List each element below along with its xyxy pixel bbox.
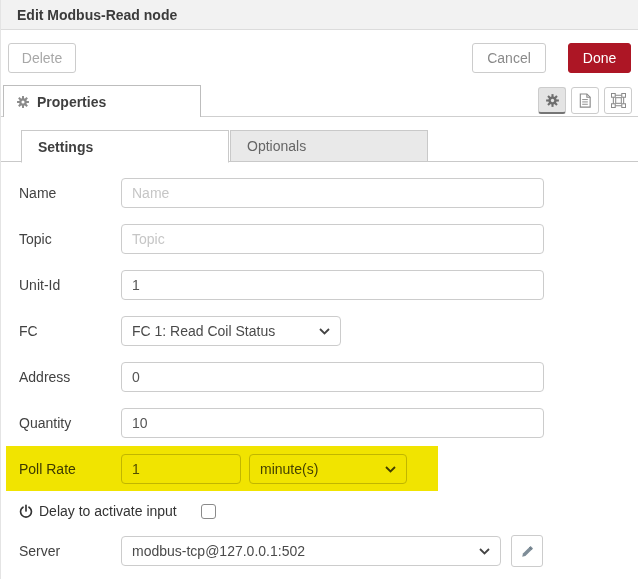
name-row: Name bbox=[19, 178, 638, 208]
unit-id-label: Unit-Id bbox=[19, 277, 121, 293]
gear-icon bbox=[545, 93, 560, 108]
chevron-down-icon bbox=[319, 328, 330, 335]
fc-select[interactable]: FC 1: Read Coil Status bbox=[121, 316, 341, 346]
fc-select-value: FC 1: Read Coil Status bbox=[132, 323, 275, 339]
chevron-down-icon bbox=[385, 466, 396, 473]
dialog-header: Edit Modbus-Read node bbox=[1, 0, 638, 30]
server-select[interactable]: modbus-tcp@127.0.0.1:502 bbox=[121, 536, 501, 566]
tab-settings[interactable]: Settings bbox=[21, 130, 229, 163]
appearance-icon bbox=[611, 93, 626, 108]
chevron-down-icon bbox=[479, 548, 490, 555]
delay-label: Delay to activate input bbox=[39, 503, 177, 519]
dialog-toolbar: Delete Cancel Done bbox=[1, 30, 638, 85]
settings-form: Name Topic Unit-Id FC FC 1: Read Coil St… bbox=[1, 162, 638, 566]
poll-rate-row: Poll Rate minute(s) bbox=[19, 454, 638, 484]
poll-rate-unit-value: minute(s) bbox=[260, 461, 318, 477]
form-tab-bar: Settings Optionals bbox=[1, 130, 638, 162]
poll-rate-input[interactable] bbox=[121, 454, 241, 484]
gear-icon bbox=[16, 95, 30, 109]
topic-input[interactable] bbox=[121, 224, 544, 254]
tab-properties[interactable]: Properties bbox=[3, 85, 201, 117]
delay-checkbox[interactable] bbox=[201, 504, 216, 519]
quantity-input[interactable] bbox=[121, 408, 544, 438]
done-button[interactable]: Done bbox=[568, 43, 631, 73]
poll-rate-label: Poll Rate bbox=[19, 461, 121, 477]
tab-properties-label: Properties bbox=[37, 94, 106, 110]
topic-row: Topic bbox=[19, 224, 638, 254]
cancel-button[interactable]: Cancel bbox=[472, 43, 546, 73]
description-button[interactable] bbox=[571, 87, 599, 114]
server-row: Server modbus-tcp@127.0.0.1:502 bbox=[19, 536, 638, 566]
power-icon bbox=[19, 504, 33, 519]
fc-row: FC FC 1: Read Coil Status bbox=[19, 316, 638, 346]
editor-icon-buttons bbox=[538, 87, 632, 114]
appearance-button[interactable] bbox=[604, 87, 632, 114]
fc-label: FC bbox=[19, 323, 121, 339]
address-row: Address bbox=[19, 362, 638, 392]
address-input[interactable] bbox=[121, 362, 544, 392]
server-label: Server bbox=[19, 543, 121, 559]
tab-optionals[interactable]: Optionals bbox=[230, 130, 428, 162]
delay-row: Delay to activate input bbox=[19, 500, 638, 522]
poll-rate-unit-select[interactable]: minute(s) bbox=[249, 454, 407, 484]
properties-gear-button[interactable] bbox=[538, 87, 566, 114]
pencil-icon bbox=[521, 545, 534, 558]
unit-id-input[interactable] bbox=[121, 270, 544, 300]
dialog-title: Edit Modbus-Read node bbox=[17, 7, 177, 23]
name-label: Name bbox=[19, 185, 121, 201]
delete-button[interactable]: Delete bbox=[8, 43, 76, 73]
address-label: Address bbox=[19, 369, 121, 385]
unit-id-row: Unit-Id bbox=[19, 270, 638, 300]
name-input[interactable] bbox=[121, 178, 544, 208]
description-icon bbox=[578, 93, 592, 108]
server-select-value: modbus-tcp@127.0.0.1:502 bbox=[132, 543, 305, 559]
topic-label: Topic bbox=[19, 231, 121, 247]
quantity-row: Quantity bbox=[19, 408, 638, 438]
edit-server-button[interactable] bbox=[511, 535, 543, 567]
edit-node-dialog: Edit Modbus-Read node Delete Cancel Done bbox=[0, 0, 638, 579]
quantity-label: Quantity bbox=[19, 415, 121, 431]
properties-tab-bar: Properties bbox=[1, 85, 638, 117]
